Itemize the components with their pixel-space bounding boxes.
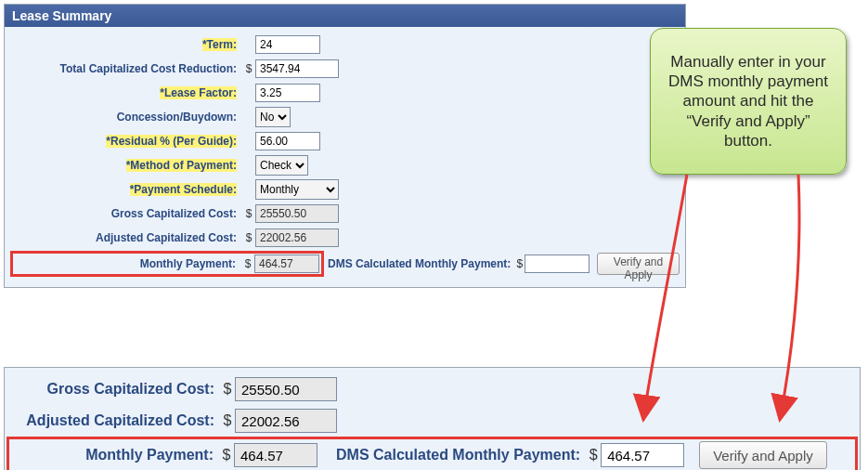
select-method[interactable]: Check <box>255 155 308 176</box>
dollar-sign: $ <box>242 62 255 75</box>
lease-summary-panel: Lease Summary *Term: Total Capitalized C… <box>4 4 686 288</box>
verify-apply-button[interactable]: Verify and Apply <box>597 253 680 275</box>
select-schedule[interactable]: Monthly <box>255 179 339 200</box>
input-tccr[interactable] <box>255 59 339 78</box>
dollar-sign: $ <box>242 231 255 244</box>
input-gross <box>255 204 339 223</box>
zoom-verify-apply-button[interactable]: Verify and Apply <box>699 441 827 469</box>
zoom-label-adjusted: Adjusted Capitalized Cost: <box>6 412 220 429</box>
callout-bubble: Manually enter in your DMS monthly payme… <box>650 28 847 175</box>
input-dms-calc[interactable] <box>525 255 589 273</box>
zoom-input-adjusted <box>235 409 337 433</box>
input-residual[interactable] <box>255 132 320 150</box>
label-monthly: Monthly Payment: <box>15 257 241 270</box>
dollar-sign: $ <box>586 447 601 463</box>
dollar-sign: $ <box>220 412 235 429</box>
panel-body: *Term: Total Capitalized Cost Reduction:… <box>5 27 685 287</box>
select-concession[interactable]: No <box>255 107 291 127</box>
label-tccr: Total Capitalized Cost Reduction: <box>10 62 242 75</box>
dollar-sign: $ <box>242 207 255 220</box>
input-adjusted <box>255 228 339 247</box>
zoom-label-dms-calc: DMS Calculated Monthly Payment: <box>330 447 586 463</box>
zoom-label-gross: Gross Capitalized Cost: <box>6 381 220 398</box>
input-monthly <box>254 255 319 273</box>
zoom-panel: Gross Capitalized Cost: $ Adjusted Capit… <box>4 367 861 470</box>
label-dms-calc: DMS Calculated Monthly Payment: <box>324 257 514 270</box>
zoom-input-monthly <box>234 443 317 467</box>
label-lease-factor: *Lease Factor: <box>160 86 237 99</box>
label-method: *Method of Payment: <box>126 159 237 172</box>
highlight-monthly-payment: Monthly Payment: $ <box>10 251 324 277</box>
dollar-sign: $ <box>220 381 235 398</box>
highlight-zoom-row: Monthly Payment: $ DMS Calculated Monthl… <box>6 437 858 470</box>
dollar-sign: $ <box>241 257 254 270</box>
zoom-input-dms-calc[interactable] <box>601 443 684 467</box>
label-concession: Concession/Buydown: <box>10 111 242 124</box>
dollar-sign: $ <box>514 257 525 270</box>
label-term: *Term: <box>202 38 237 51</box>
label-schedule: *Payment Schedule: <box>130 183 237 196</box>
panel-title: Lease Summary <box>5 5 685 27</box>
label-residual: *Residual % (Per Guide): <box>106 135 237 148</box>
input-lease-factor[interactable] <box>255 84 320 102</box>
input-term[interactable] <box>255 35 320 54</box>
dollar-sign: $ <box>219 447 234 463</box>
label-gross: Gross Capitalized Cost: <box>10 207 242 220</box>
zoom-input-gross <box>235 377 337 401</box>
zoom-label-monthly: Monthly Payment: <box>11 447 219 463</box>
label-adjusted: Adjusted Capitalized Cost: <box>10 231 242 244</box>
